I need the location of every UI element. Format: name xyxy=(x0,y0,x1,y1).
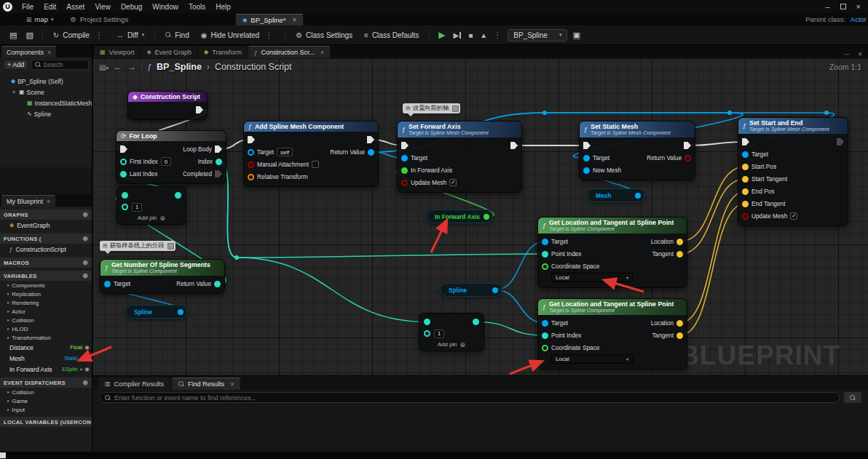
location-pin[interactable] xyxy=(676,320,683,327)
target-pin[interactable] xyxy=(104,281,111,287)
add-icon[interactable]: ⊕ xyxy=(82,235,88,242)
menu-debug[interactable]: Debug xyxy=(116,1,147,12)
component-scene[interactable]: ▾▣Scene xyxy=(0,87,92,97)
location-pin[interactable] xyxy=(676,239,683,245)
tab-compiler-results[interactable]: ▥ Compiler Results xyxy=(98,378,170,390)
class-defaults-button[interactable]: ≡ Class Defaults xyxy=(359,29,424,41)
node-for-loop[interactable]: ⟳For LoopLoop BodyFirst Index0IndexLast … xyxy=(116,130,226,184)
coordinate-space-pin[interactable] xyxy=(542,263,548,270)
category-hlod[interactable]: ▸HLOD xyxy=(0,324,92,333)
close-tab-icon[interactable]: × xyxy=(320,49,324,56)
end-pos-pin[interactable] xyxy=(742,188,749,195)
input-pin[interactable] xyxy=(424,319,430,325)
add-icon[interactable]: ⊕ xyxy=(82,379,88,386)
output-pin[interactable] xyxy=(484,214,489,220)
input-pin[interactable] xyxy=(122,204,128,210)
debug-object-dropdown[interactable]: BP_Spline ▾ xyxy=(508,29,567,41)
comment-bubble[interactable]: ▤获取样条线上的分段 xyxy=(100,241,175,251)
exec-pin[interactable] xyxy=(401,142,409,149)
exec-pin[interactable] xyxy=(248,136,255,143)
tab-project-settings[interactable]: ⚙ Project Settings xyxy=(64,14,135,25)
close-tab-icon[interactable]: × xyxy=(292,16,296,24)
add-component-button[interactable]: + Add xyxy=(3,60,28,70)
section-graphs[interactable]: GRAPHS⊕ xyxy=(0,209,92,220)
close-icon[interactable]: × xyxy=(47,49,51,56)
section-functions[interactable]: FUNCTIONS (⊕ xyxy=(0,234,92,244)
manual-attachment-checkbox[interactable] xyxy=(312,161,319,168)
hide-unrelated-options-icon[interactable]: ⋮ xyxy=(263,31,275,39)
menu-edit[interactable]: Edit xyxy=(39,1,61,12)
tangent-pin[interactable] xyxy=(676,332,683,339)
node-get-spline-2[interactable]: Spline xyxy=(440,283,502,297)
frame-skip-button[interactable]: ▶ xyxy=(451,31,465,39)
level-selector[interactable]: ⊞ map ▾ xyxy=(26,15,54,23)
save-icon[interactable]: ▤ xyxy=(6,29,20,41)
component-spline[interactable]: ∿Spline xyxy=(0,108,92,119)
find-button[interactable]: Find xyxy=(160,29,194,41)
menu-file[interactable]: File xyxy=(17,1,39,12)
add-icon[interactable]: ⊕ xyxy=(82,272,88,279)
menu-window[interactable]: Window xyxy=(147,1,184,12)
eject-button[interactable]: ▲ xyxy=(477,31,490,39)
loop-body-pin[interactable] xyxy=(215,145,222,153)
category-collision[interactable]: ▸Collision xyxy=(0,388,92,396)
section-local-variables-usercon[interactable]: LOCAL VARIABLES (USERCON⊕ xyxy=(0,417,92,427)
graph-canvas[interactable]: BLUEPRINT ◆Construction Script⟳For LoopL… xyxy=(92,58,868,375)
exec-pin[interactable] xyxy=(510,142,518,149)
class-settings-button[interactable]: ⚙ Class Settings xyxy=(291,29,358,41)
stop-button[interactable]: ■ xyxy=(465,31,476,39)
first-index-value[interactable]: 0 xyxy=(161,157,171,166)
coordinate-space-pin[interactable] xyxy=(542,345,548,351)
output-pin[interactable] xyxy=(175,192,181,199)
end-tangent-pin[interactable] xyxy=(742,201,749,207)
target-pin[interactable] xyxy=(248,149,254,156)
node-get-in-forward-axis[interactable]: In Forward Axis xyxy=(426,209,493,223)
component-instancedstaticmesh[interactable]: ▦InstancedStaticMesh xyxy=(0,97,92,108)
find-references-searchbox[interactable] xyxy=(99,392,840,403)
node-get-number-of-spline-segments[interactable]: ƒGet Number Of Spline SegmentsTarget is … xyxy=(100,259,225,294)
node-set-start-and-end[interactable]: ƒSet Start and EndTarget is Spline Mesh … xyxy=(738,117,848,226)
node-get-spline-1[interactable]: Spline xyxy=(125,305,188,319)
exec-pin[interactable] xyxy=(684,142,691,149)
section-event-dispatchers[interactable]: EVENT DISPATCHERS⊕ xyxy=(0,378,92,388)
play-options-icon[interactable]: ⋮ xyxy=(492,31,503,39)
comment-bubble[interactable]: ▤设置向前的轴 xyxy=(403,103,460,113)
exec-pin[interactable] xyxy=(196,106,203,113)
variable-mesh[interactable]: MeshStatic▾◉ xyxy=(0,353,92,364)
item-eventgraph[interactable]: ◈EventGraph xyxy=(0,220,92,231)
output-pin[interactable] xyxy=(635,193,641,199)
output-pin[interactable] xyxy=(178,309,184,315)
menu-view[interactable]: View xyxy=(90,1,116,12)
browse-icon[interactable]: ▧ xyxy=(22,29,36,41)
section-variables[interactable]: VARIABLES⊕ xyxy=(0,271,92,281)
node-set-static-mesh[interactable]: ƒSet Static MeshTarget is Spline Mesh Co… xyxy=(579,121,695,180)
tab-bp-spline[interactable]: ◆ BP_Spline* × xyxy=(235,14,304,25)
add-icon[interactable]: ⊕ xyxy=(91,418,92,426)
menu-asset[interactable]: Asset xyxy=(61,1,90,12)
index-pin[interactable] xyxy=(216,159,222,165)
update-mesh-pin[interactable] xyxy=(742,213,749,220)
input-pin[interactable] xyxy=(122,192,128,199)
visibility-eye-icon[interactable]: ◉ xyxy=(84,344,90,351)
exec-pin[interactable] xyxy=(837,138,844,145)
tab-transform[interactable]: ◆Transform xyxy=(198,46,248,58)
exec-pin[interactable] xyxy=(583,142,591,149)
tab-find-results[interactable]: Find Results × xyxy=(172,378,240,390)
completed-pin[interactable] xyxy=(215,170,222,177)
close-button[interactable]: × xyxy=(856,2,861,11)
manual-attachment-pin[interactable] xyxy=(248,161,254,168)
find-in-blueprints-button[interactable] xyxy=(844,392,861,403)
tab-viewport[interactable]: ▦Viewport xyxy=(94,46,140,58)
variable-distance[interactable]: DistanceFloat◉ xyxy=(0,342,92,353)
category-actor[interactable]: ▸Actor xyxy=(0,307,92,316)
start-tangent-pin[interactable] xyxy=(742,176,749,183)
category-game[interactable]: ▸Game xyxy=(0,396,92,405)
node-construction-script[interactable]: ◆Construction Script xyxy=(127,91,208,120)
category-transformation[interactable]: ▸Transformation xyxy=(0,333,92,342)
more-options-icon[interactable]: ⋯ xyxy=(843,50,851,58)
value-box[interactable]: 1 xyxy=(434,330,444,338)
target-value[interactable]: self xyxy=(277,148,293,156)
component-bp-spline-self[interactable]: ◆BP_Spline (Self) xyxy=(0,76,92,87)
output-pin[interactable] xyxy=(473,319,479,325)
coordinate-space-dropdown[interactable]: Local▾ xyxy=(551,273,633,282)
